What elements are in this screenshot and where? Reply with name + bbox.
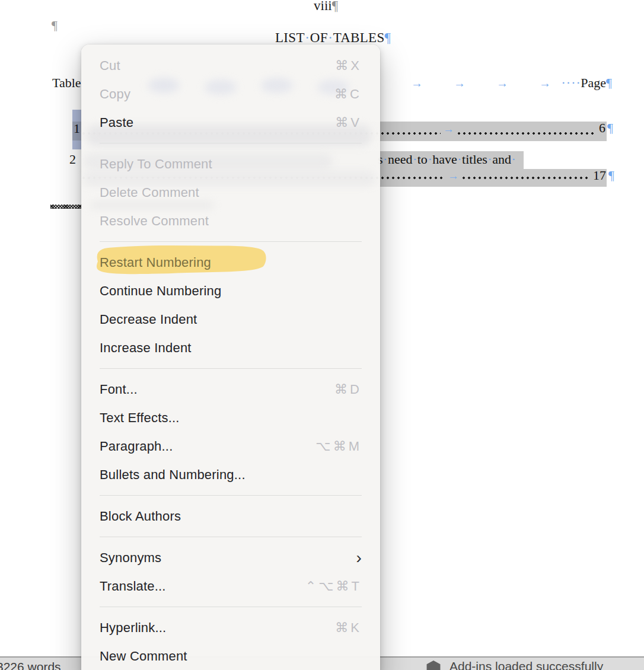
shortcut-label: ⌘D: [334, 382, 362, 397]
menu-item-synonyms[interactable]: Synonyms ›: [81, 544, 380, 572]
menu-item-delete-comment: Delete Comment: [81, 178, 380, 207]
menu-item-block-authors[interactable]: Block Authors: [81, 502, 380, 531]
paragraph-mark-icon: ¶: [52, 18, 58, 33]
menu-item-paragraph[interactable]: Paragraph... ⌥⌘M: [81, 432, 380, 461]
menu-divider: [100, 495, 362, 496]
menu-item-font[interactable]: Font... ⌘D: [81, 375, 380, 404]
shortcut-label: ⌥⌘M: [315, 439, 362, 454]
menu-item-cut: Cut ⌘X: [81, 52, 380, 80]
menu-item-new-comment[interactable]: New Comment: [81, 642, 380, 670]
addin-status: Add-ins loaded successfully: [426, 659, 603, 670]
menu-divider: [100, 143, 362, 143]
menu-divider: [100, 241, 362, 242]
shortcut-label: ⌃⌥⌘T: [305, 579, 362, 594]
paragraph-mark-icon: ¶: [607, 120, 613, 136]
word-count[interactable]: 3226 words: [0, 660, 61, 670]
tab-arrow-icon: →: [539, 76, 551, 90]
toc-entry-text: s·need·to·have·titles·and·: [378, 152, 516, 167]
addin-status-text: Add-ins loaded successfully: [449, 659, 603, 670]
paragraph-mark-icon: ¶: [332, 0, 338, 13]
paragraph-mark-icon: ¶: [608, 168, 614, 183]
tab-arrow-icon: →: [411, 76, 423, 90]
menu-item-decrease-indent[interactable]: Decrease Indent: [81, 305, 380, 334]
menu-divider: [100, 537, 362, 537]
menu-item-bullets-and-numbering[interactable]: Bullets and Numbering...: [81, 461, 380, 489]
toc-entry-number: 2: [69, 152, 76, 167]
menu-divider: [100, 607, 362, 607]
page-number: viii¶: [314, 0, 338, 14]
menu-item-continue-numbering[interactable]: Continue Numbering: [81, 277, 380, 305]
tab-arrow-icon: →: [496, 76, 508, 90]
tab-arrow-icon: →: [448, 170, 459, 183]
menu-divider: [100, 368, 362, 369]
shortcut-label: ⌘X: [335, 58, 362, 74]
tab-arrow-icon: →: [454, 76, 466, 90]
page-number-text: viii: [314, 0, 332, 13]
menu-item-resolve-comment: Resolve Comment: [81, 207, 380, 235]
paragraph-mark-icon: ¶: [606, 75, 612, 90]
menu-item-increase-indent[interactable]: Increase Indent: [81, 334, 380, 362]
context-menu: Cut ⌘X Copy ⌘C Paste ⌘V Reply To Comment…: [81, 44, 380, 670]
dot-leader: [457, 131, 597, 136]
heading-text: LIST·OF·TABLES: [275, 30, 385, 45]
toc-page-number: 6: [599, 120, 605, 136]
toc-entry-number: 1: [74, 121, 80, 136]
toc-page-number: 17: [593, 168, 606, 183]
menu-item-reply-to-comment: Reply To Comment: [81, 150, 380, 178]
shortcut-label: ⌘V: [335, 115, 362, 130]
submenu-chevron-icon: ›: [356, 552, 362, 564]
shortcut-label: ⌘C: [334, 87, 362, 102]
word-document-window: viii¶ ¶ LIST·OF·TABLES¶ Table → → → → ··…: [0, 0, 644, 670]
tab-arrow-icon: →: [443, 123, 454, 136]
list-of-tables-heading: LIST·OF·TABLES¶: [275, 30, 391, 46]
paragraph-mark-icon: ¶: [385, 30, 391, 45]
menu-item-restart-numbering[interactable]: Restart Numbering: [81, 248, 380, 277]
hexagon-icon: [426, 661, 441, 670]
shortcut-label: ⌘K: [335, 620, 362, 636]
menu-item-text-effects[interactable]: Text Effects...: [81, 404, 380, 432]
toc-header-page-label: ····Page¶: [561, 75, 612, 91]
menu-item-paste[interactable]: Paste ⌘V: [81, 109, 380, 137]
dot-leader: [461, 176, 591, 180]
menu-item-translate[interactable]: Translate... ⌃⌥⌘T: [81, 572, 380, 601]
menu-item-hyperlink[interactable]: Hyperlink... ⌘K: [81, 614, 380, 642]
toc-header-table-label: Table: [52, 75, 81, 91]
section-break-squiggle: [50, 205, 81, 209]
menu-item-copy: Copy ⌘C: [81, 80, 380, 109]
